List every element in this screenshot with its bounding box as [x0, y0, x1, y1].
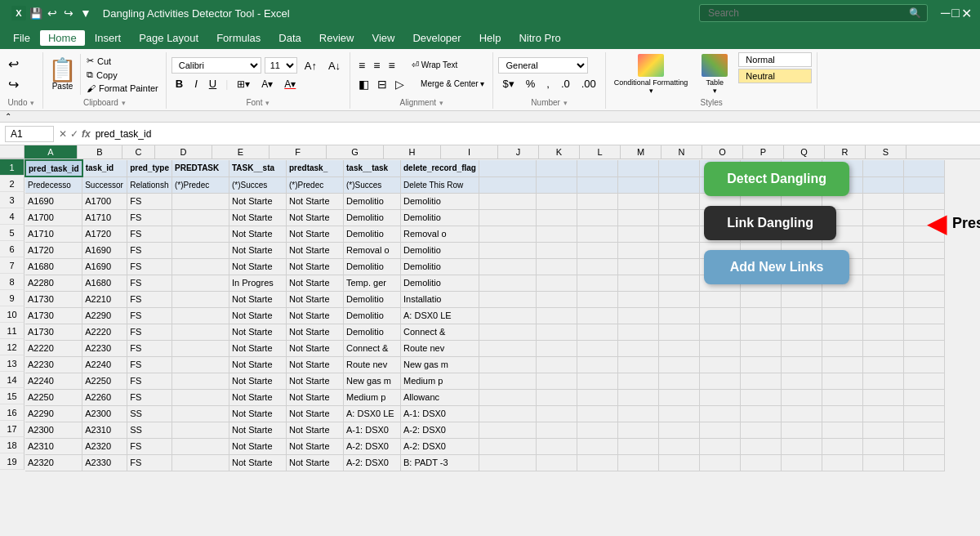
- col-header-I[interactable]: I: [441, 145, 498, 159]
- grid-cell[interactable]: Route nev: [344, 356, 401, 373]
- grid-cell[interactable]: [617, 291, 658, 307]
- grid-cell[interactable]: Not Starte: [229, 242, 287, 258]
- grid-cell[interactable]: [617, 454, 658, 471]
- col-header-P[interactable]: P: [743, 145, 784, 159]
- grid-cell[interactable]: [658, 389, 699, 405]
- grid-cell[interactable]: [781, 454, 822, 471]
- number-format-selector[interactable]: General: [498, 57, 588, 74]
- grid-cell[interactable]: [903, 307, 944, 324]
- grid-cell[interactable]: [172, 275, 229, 291]
- grid-cell[interactable]: [536, 356, 577, 373]
- grid-cell[interactable]: A2300: [25, 422, 82, 438]
- grid-cell[interactable]: Demolitio: [344, 193, 401, 209]
- grid-cell[interactable]: [617, 209, 658, 226]
- grid-cell[interactable]: [479, 438, 536, 454]
- grid-cell[interactable]: A2230: [82, 340, 127, 356]
- col-header-F[interactable]: F: [270, 145, 327, 159]
- grid-cell[interactable]: [536, 226, 577, 242]
- grid-cell[interactable]: A2220: [82, 324, 127, 340]
- undo-btn[interactable]: ↩: [5, 55, 38, 74]
- row-num-7[interactable]: 7: [0, 257, 24, 274]
- grid-cell[interactable]: [577, 193, 617, 209]
- decrease-decimal-btn[interactable]: .00: [577, 76, 600, 92]
- grid-cell[interactable]: [781, 389, 822, 405]
- grid-cell[interactable]: [822, 340, 862, 356]
- font-shrink-btn[interactable]: A↓: [324, 58, 345, 74]
- grid-cell[interactable]: Demolitio: [344, 258, 401, 275]
- grid-cell[interactable]: Demolitio: [401, 242, 479, 258]
- col-header-S[interactable]: S: [866, 145, 906, 159]
- grid-cell[interactable]: [577, 340, 617, 356]
- grid-cell[interactable]: [577, 356, 617, 373]
- increase-decimal-btn[interactable]: .0: [557, 76, 574, 92]
- font-grow-btn[interactable]: A↑: [301, 58, 321, 74]
- grid-cell[interactable]: [903, 389, 944, 405]
- align-center-btn[interactable]: ⊟: [374, 76, 390, 92]
- font-name-selector[interactable]: Calibri: [172, 57, 261, 74]
- grid-cell[interactable]: [781, 291, 822, 307]
- grid-cell[interactable]: [822, 291, 862, 307]
- grid-cell[interactable]: [862, 176, 903, 193]
- grid-cell[interactable]: [699, 324, 740, 340]
- grid-cell[interactable]: FS: [127, 226, 172, 242]
- menu-help[interactable]: Help: [471, 30, 510, 46]
- grid-cell[interactable]: [781, 405, 822, 422]
- grid-cell[interactable]: FS: [127, 209, 172, 226]
- grid-cell[interactable]: [479, 389, 536, 405]
- grid-cell[interactable]: [577, 454, 617, 471]
- grid-cell[interactable]: A2320: [82, 438, 127, 454]
- grid-cell[interactable]: FS: [127, 291, 172, 307]
- grid-cell[interactable]: Not Starte: [287, 389, 344, 405]
- row-num-15[interactable]: 15: [0, 388, 24, 404]
- percent-btn[interactable]: %: [522, 76, 540, 92]
- grid-cell[interactable]: [577, 422, 617, 438]
- grid-cell[interactable]: [699, 438, 740, 454]
- close-btn[interactable]: ✕: [961, 6, 972, 21]
- grid-cell[interactable]: [577, 373, 617, 389]
- grid-cell[interactable]: [658, 438, 699, 454]
- row-num-10[interactable]: 10: [0, 306, 24, 323]
- grid-cell[interactable]: A2250: [82, 373, 127, 389]
- row-num-4[interactable]: 4: [0, 208, 24, 225]
- grid-cell[interactable]: [479, 193, 536, 209]
- normal-style-box[interactable]: Normal: [738, 52, 812, 67]
- grid-cell[interactable]: [479, 454, 536, 471]
- grid-cell[interactable]: [577, 389, 617, 405]
- merge-center-btn[interactable]: Merge & Center ▾: [417, 78, 488, 90]
- grid-cell[interactable]: Successor: [82, 176, 127, 193]
- col-header-N[interactable]: N: [662, 145, 702, 159]
- col-header-D[interactable]: D: [155, 145, 212, 159]
- format-painter-btn[interactable]: 🖌 Format Painter: [84, 83, 161, 94]
- grid-cell[interactable]: Not Starte: [229, 454, 287, 471]
- grid-cell[interactable]: Not Starte: [229, 209, 287, 226]
- grid-cell[interactable]: [862, 307, 903, 324]
- row-num-17[interactable]: 17: [0, 421, 24, 437]
- col-header-B[interactable]: B: [78, 145, 122, 159]
- grid-cell[interactable]: [536, 389, 577, 405]
- maximize-btn[interactable]: □: [951, 6, 960, 21]
- menu-developer[interactable]: Developer: [404, 30, 469, 46]
- grid-cell[interactable]: [617, 226, 658, 242]
- grid-cell[interactable]: [781, 356, 822, 373]
- underline-btn[interactable]: U: [205, 76, 220, 92]
- grid-cell[interactable]: Demolitio: [344, 291, 401, 307]
- grid-cell[interactable]: [781, 307, 822, 324]
- grid-cell[interactable]: Not Starte: [287, 258, 344, 275]
- row-num-13[interactable]: 13: [0, 355, 24, 372]
- grid-cell[interactable]: Demolitio: [401, 193, 479, 209]
- grid-cell[interactable]: [862, 193, 903, 209]
- grid-cell[interactable]: Not Starte: [287, 291, 344, 307]
- grid-cell[interactable]: [577, 160, 617, 176]
- grid-cell[interactable]: [862, 242, 903, 258]
- search-input[interactable]: [699, 4, 928, 22]
- menu-formulas[interactable]: Formulas: [208, 30, 269, 46]
- grid-cell[interactable]: [617, 422, 658, 438]
- grid-cell[interactable]: [740, 405, 781, 422]
- grid-cell[interactable]: [479, 373, 536, 389]
- align-top-center-btn[interactable]: ≡: [370, 57, 383, 74]
- grid-cell[interactable]: TASK__sta: [229, 160, 287, 176]
- grid-cell[interactable]: A1690: [82, 242, 127, 258]
- grid-cell[interactable]: [536, 307, 577, 324]
- grid-cell[interactable]: Not Starte: [287, 307, 344, 324]
- grid-cell[interactable]: [699, 422, 740, 438]
